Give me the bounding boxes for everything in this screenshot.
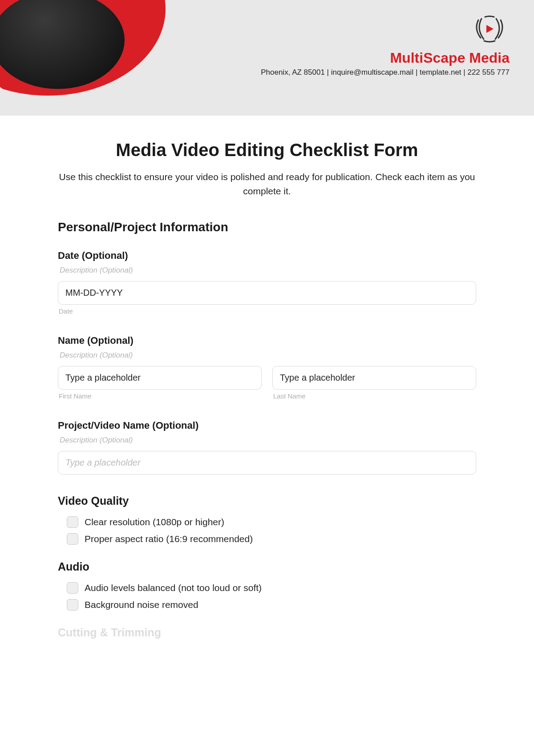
section-cutting-trimming: Cutting & Trimming	[58, 626, 476, 639]
last-name-sublabel: Last Name	[272, 392, 476, 400]
check-label: Background noise removed	[85, 599, 198, 610]
name-label: Name (Optional)	[58, 335, 476, 346]
checkbox[interactable]	[67, 582, 78, 594]
check-label: Audio levels balanced (not too loud or s…	[85, 583, 262, 593]
first-name-sublabel: First Name	[58, 392, 262, 400]
name-desc: Description (Optional)	[58, 351, 476, 360]
decorative-swoosh	[0, 0, 187, 116]
check-label: Proper aspect ratio (16:9 recommended)	[85, 534, 253, 544]
section-audio: Audio	[58, 560, 476, 573]
check-item: Proper aspect ratio (16:9 recommended)	[67, 533, 476, 545]
date-input[interactable]	[58, 281, 476, 305]
form-title: Media Video Editing Checklist Form	[58, 140, 476, 160]
brand-block: MultiScape Media Phoenix, AZ 85001 | inq…	[261, 13, 510, 77]
checkbox[interactable]	[67, 516, 78, 528]
form-description: Use this checklist to ensure your video …	[58, 170, 476, 198]
form-content: Media Video Editing Checklist Form Use t…	[0, 116, 534, 657]
section-video-quality: Video Quality	[58, 495, 476, 507]
field-date: Date (Optional) Description (Optional) D…	[58, 250, 476, 315]
check-item: Clear resolution (1080p or higher)	[67, 516, 476, 528]
field-name: Name (Optional) Description (Optional) F…	[58, 335, 476, 400]
check-item: Background noise removed	[67, 599, 476, 611]
check-label: Clear resolution (1080p or higher)	[85, 517, 224, 527]
brand-logo-icon	[469, 13, 510, 46]
field-project-name: Project/Video Name (Optional) Descriptio…	[58, 420, 476, 475]
date-sublabel: Date	[58, 307, 476, 315]
checkbox[interactable]	[67, 533, 78, 545]
audio-list: Audio levels balanced (not too loud or s…	[58, 582, 476, 611]
first-name-input[interactable]	[58, 366, 262, 390]
date-desc: Description (Optional)	[58, 266, 476, 275]
project-desc: Description (Optional)	[58, 436, 476, 445]
last-name-input[interactable]	[272, 366, 476, 390]
check-item: Audio levels balanced (not too loud or s…	[67, 582, 476, 594]
project-label: Project/Video Name (Optional)	[58, 420, 476, 431]
section-personal-info: Personal/Project Information	[58, 220, 476, 234]
date-label: Date (Optional)	[58, 250, 476, 261]
video-quality-list: Clear resolution (1080p or higher) Prope…	[58, 516, 476, 545]
brand-contact-line: Phoenix, AZ 85001 | inquire@multiscape.m…	[261, 68, 510, 77]
brand-name: MultiScape Media	[261, 50, 510, 66]
header-banner: MultiScape Media Phoenix, AZ 85001 | inq…	[0, 0, 534, 116]
checkbox[interactable]	[67, 599, 78, 611]
project-name-input[interactable]	[58, 451, 476, 475]
